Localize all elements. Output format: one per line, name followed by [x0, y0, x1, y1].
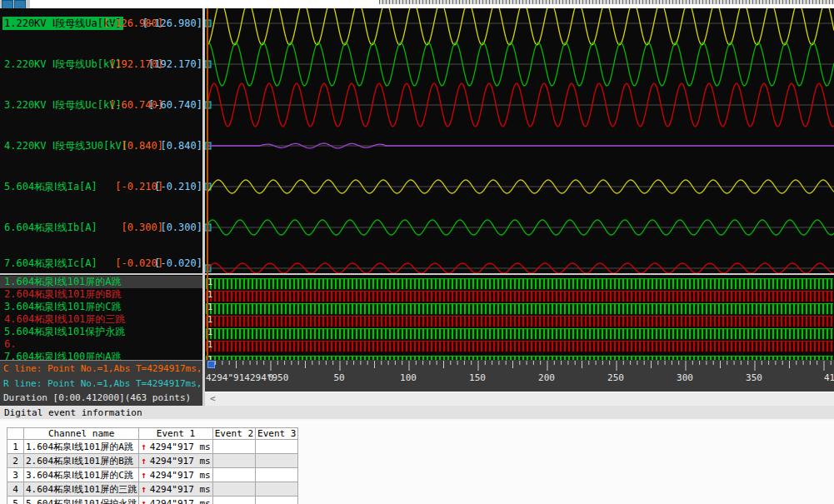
event-table-row[interactable]: 11.604柘泉Ⅰ线101屏的A跳↑4294"917 ms [7, 440, 298, 454]
digital-bars-area[interactable]: 1111111 [205, 275, 834, 360]
event-table-header-row: Channel nameEvent 1Event 2Event 3 [7, 428, 298, 440]
analog-channel-row[interactable]: 4.220KV Ⅰ段母线3U0[kV][0.840][0.840] [0, 139, 206, 152]
event-time: 4294"917 ms [150, 442, 211, 452]
digital-channel-row[interactable]: 5.604柘泉Ⅰ线101保护永跳 [0, 326, 206, 338]
analog-channel-label[interactable]: 5.604柘泉Ⅰ线Ia[A] [4, 180, 97, 193]
r-cursor-status: R line: Point No.=1,Abs T=4294917ms, Rel… [3, 378, 206, 389]
event-table-row[interactable]: 33.604柘泉Ⅰ线101屏的C跳↑4294"917 ms [7, 468, 298, 482]
time-axis[interactable]: 4294"914294"95005010015020025030035041 [205, 360, 834, 392]
digital-channel-row[interactable]: 2.604柘泉Ⅰ线101屏的B跳 [0, 288, 206, 301]
digital-channel-row[interactable]: 3.604柘泉Ⅰ线101屏的C跳 [0, 301, 206, 313]
event3-cell [256, 440, 298, 454]
event-channel-name: 2.604柘泉Ⅰ线101屏的B跳 [24, 454, 139, 468]
time-axis-label: 350 [746, 372, 762, 383]
rising-edge-icon: ↑ [141, 442, 147, 452]
cursor-value-2: [192.170] [148, 57, 202, 71]
event-time: 4294"917 ms [150, 470, 211, 481]
event-time: 4294"917 ms [150, 484, 211, 495]
event-table-row[interactable]: 44.604柘泉Ⅰ线101屏的三跳↑4294"917 ms [7, 482, 298, 497]
event2-cell [212, 468, 255, 482]
cursor-position-marker[interactable] [207, 361, 215, 368]
analog-channel-label[interactable]: 4.220KV Ⅰ段母线3U0[kV] [4, 139, 127, 152]
digital-status-bar [206, 303, 833, 315]
event1-cell: ↑4294"917 ms [139, 482, 212, 497]
event-table-header-cell: Event 1 [139, 428, 212, 440]
event3-cell [256, 482, 298, 497]
titlebar-text-strip [379, 0, 834, 4]
event-section-header: Digital event information [0, 406, 834, 421]
channel-panel: 1.220KV Ⅰ段母线Ua[kV][-126.980][-126.980]2.… [0, 8, 206, 406]
analog-channel-row[interactable]: 1.220KV Ⅰ段母线Ua[kV][-126.980][-126.980] [0, 17, 206, 30]
digital-channel-list: 1.604柘泉Ⅰ线101屏的A跳2.604柘泉Ⅰ线101屏的B跳3.604柘泉Ⅰ… [0, 273, 206, 361]
cursor-value-2: [-0.020] [154, 257, 202, 270]
event-row-number: 5 [7, 497, 24, 504]
scroll-left-icon[interactable]: < [210, 393, 216, 404]
cursor-value-2: [-126.980] [142, 17, 202, 30]
time-axis-label: 200 [538, 372, 555, 383]
digital-status-bar [206, 291, 833, 302]
analog-channel-row[interactable]: 3.220KV Ⅰ段母线Uc[kV][-60.740][-60.740] [0, 98, 206, 112]
fault-waveform-analyzer: { "titlebar": { "icons": ["toolbar-icon-… [0, 0, 834, 504]
rising-edge-icon: ↑ [141, 484, 147, 495]
rising-edge-icon: ↑ [141, 498, 147, 504]
analog-channel-list: 1.220KV Ⅰ段母线Ua[kV][-126.980][-126.980]2.… [0, 8, 206, 273]
time-axis-label: 300 [677, 372, 693, 383]
rising-edge-icon: ↑ [141, 456, 147, 467]
event-table-header-cell: Channel name [24, 428, 139, 440]
event-table-header-cell [7, 428, 24, 440]
event-table-row[interactable]: 22.604柘泉Ⅰ线101屏的B跳↑4294"917 ms [7, 454, 298, 468]
horizontal-scrollbar[interactable]: < [205, 392, 834, 407]
time-axis-label: 250 [607, 372, 624, 383]
digital-status-bar [206, 341, 833, 352]
event1-cell: ↑4294"917 ms [139, 497, 212, 504]
event-table-row[interactable]: 55.604柘泉Ⅰ线101保护永跳↑4294"917 ms [7, 497, 298, 504]
c-cursor-line[interactable] [207, 8, 208, 360]
cursor-value-2: [0.840] [160, 139, 202, 152]
digital-channel-row[interactable]: 4.604柘泉Ⅰ线101屏的三跳 [0, 313, 206, 326]
event1-cell: ↑4294"917 ms [139, 468, 212, 482]
event-time: 4294"917 ms [150, 456, 211, 467]
analog-channel-label[interactable]: 3.220KV Ⅰ段母线Uc[kV] [4, 98, 122, 112]
event-channel-name: 1.604柘泉Ⅰ线101屏的A跳 [24, 440, 139, 454]
event2-cell [212, 482, 255, 497]
cursor-status-panel: C line: Point No.=1,Abs T=4294917ms, Rel… [0, 360, 206, 407]
analog-channel-label[interactable]: 2.220KV Ⅰ段母线Ub[kV] [4, 57, 122, 71]
event-channel-name: 4.604柘泉Ⅰ线101屏的三跳 [24, 482, 139, 497]
event-row-number: 3 [7, 468, 24, 482]
analog-channel-label[interactable]: 6.604柘泉Ⅰ线Ib[A] [4, 221, 97, 234]
digital-status-bar [206, 278, 833, 290]
time-axis-label: 50 [333, 372, 344, 383]
analog-channel-row[interactable]: 6.604柘泉Ⅰ线Ib[A][0.300][0.300] [0, 221, 206, 234]
event3-cell [256, 468, 298, 482]
event1-cell: ↑4294"917 ms [139, 454, 212, 468]
digital-event-table: Channel nameEvent 1Event 2Event 3 11.604… [7, 427, 298, 504]
analog-channel-row[interactable]: 5.604柘泉Ⅰ线Ia[A][-0.210][-0.210] [0, 180, 206, 193]
event-channel-name: 3.604柘泉Ⅰ线101屏的C跳 [24, 468, 139, 482]
time-axis-label: 4294"914294"950 [206, 372, 288, 383]
digital-status-bar [206, 316, 833, 327]
event-row-number: 1 [7, 440, 24, 454]
event-channel-name: 5.604柘泉Ⅰ线101保护永跳 [24, 497, 139, 504]
time-axis-label: 100 [400, 372, 417, 383]
analog-channel-row[interactable]: 7.604柘泉Ⅰ线Ic[A][-0.020][-0.020] [0, 257, 206, 270]
analog-channel-row[interactable]: 2.220KV Ⅰ段母线Ub[kV][192.170][192.170] [0, 57, 206, 71]
cursor-value-1: [0.300] [121, 221, 163, 234]
event3-cell [256, 454, 298, 468]
time-axis-label: 41 [824, 372, 834, 383]
event-table-header-cell: Event 2 [212, 428, 255, 440]
waveform-trace [207, 8, 834, 45]
event2-cell [212, 440, 255, 454]
rising-edge-icon: ↑ [141, 470, 147, 481]
cursor-value-2: [-0.210] [154, 180, 202, 193]
digital-channel-row[interactable]: 1.604柘泉Ⅰ线101屏的A跳 [0, 276, 206, 288]
event3-cell [256, 497, 298, 504]
cursor-value-2: [-60.740] [148, 98, 202, 112]
analog-channel-label[interactable]: 7.604柘泉Ⅰ线Ic[A] [4, 257, 97, 270]
event2-cell [212, 454, 255, 468]
digital-status-bar [206, 328, 833, 340]
waveform-plot[interactable] [205, 8, 834, 273]
event-table-header-cell: Event 3 [256, 428, 298, 440]
cursor-value-2: [0.300] [160, 221, 202, 234]
digital-channel-row[interactable]: 6. [0, 338, 206, 351]
cursor-value-1: [0.840] [121, 139, 163, 152]
